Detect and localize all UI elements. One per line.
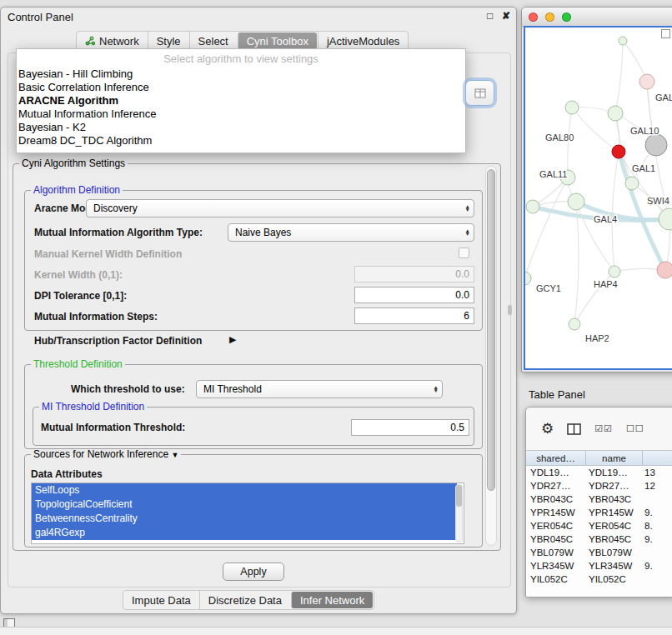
tab-cyni-toolbox[interactable]: Cyni Toolbox [238,32,317,49]
node-label: GAL4 [594,214,617,224]
table-cell: 12 [643,479,672,492]
data-attribute-item[interactable]: TopologicalCoefficient [32,498,457,512]
network-node[interactable] [609,266,620,278]
table-row[interactable]: YLR345WYLR345W9. [526,559,672,572]
node-label: GAL10 [630,126,659,136]
table-cell: YPR145W [526,506,586,519]
algorithm-option[interactable]: Bayesian - K2 [17,121,465,134]
network-node[interactable] [565,101,579,114]
aracne-mode-select[interactable]: Discovery ▲▼ [86,199,474,218]
network-node[interactable] [608,106,623,121]
tab-label: Infer Network [300,594,364,607]
table-panel-window: ⚙ ☑☑ ☐☐ shared…name YDL19…YDL19…13YDR27…… [525,407,672,598]
algorithm-option-list: Bayesian - Hill ClimbingBasic Correlatio… [17,68,465,148]
algorithm-properties-button[interactable] [465,80,494,106]
node-label: GAL11 [539,169,567,179]
network-node[interactable] [568,193,584,210]
algorithm-option[interactable]: Dream8 DC_TDC Algorithm [17,134,465,148]
tab-label: Network [99,35,139,48]
source-list-scrollbar-thumb[interactable] [456,485,462,507]
columns-icon[interactable] [567,423,581,435]
dpi-tolerance-label: DPI Tolerance [0,1]: [34,290,127,302]
hub-section-label[interactable]: Hub/Transcription Factor Definition [34,335,202,347]
tab-jactivemodules[interactable]: jActiveModules [318,32,408,50]
network-node[interactable] [645,134,667,156]
close-light[interactable] [529,12,538,22]
tab-select[interactable]: Select [189,32,237,50]
network-node[interactable] [625,177,639,190]
column-header[interactable] [643,451,672,465]
network-node[interactable] [525,272,531,285]
table-cell: YER054C [526,519,586,532]
table-row[interactable]: YDL19…YDL19…13 [526,466,672,479]
data-attribute-item[interactable]: SelfLoops [32,483,457,498]
mi-steps-input[interactable]: 6 [354,308,474,324]
splitter-handle[interactable] [508,305,512,315]
manual-kernel-checkbox[interactable] [459,248,469,258]
float-window-button[interactable]: □ [487,10,493,22]
network-node[interactable] [612,145,625,158]
data-attributes-list[interactable]: SelfLoopsTopologicalCoefficientBetweenne… [31,482,464,544]
gear-icon[interactable]: ⚙ [541,422,554,436]
dpi-tolerance-input[interactable]: 0.0 [354,287,474,303]
tab-impute-data[interactable]: Impute Data [123,591,199,609]
table-cell: 8. [643,519,672,532]
which-threshold-select[interactable]: MI Threshold ▲▼ [196,380,443,398]
table-row[interactable]: YBR043CYBR043C [526,492,672,506]
table-cell: YDR27… [526,479,586,492]
kernel-width-input[interactable]: 0.0 [354,266,474,282]
birdseye-toggle[interactable] [661,29,670,38]
control-panel-window: Control Panel □ ✘ NetworkStyleSelectCyni… [0,7,517,614]
network-canvas[interactable]: GAL8GAL80GAL10GAL11GAL1SWI4GAL4GCY1HAP4H… [524,26,672,370]
network-node[interactable] [619,37,627,45]
table-cell: YLR345W [586,559,643,572]
aracne-mode-value: Discovery [93,202,138,214]
data-attribute-item[interactable]: BetweennessCentrality [32,512,457,526]
network-node[interactable] [526,200,539,213]
tab-discretize-data[interactable]: Discretize Data [199,591,290,609]
table-row[interactable]: YPR145WYPR145W9. [526,506,672,519]
minimize-light[interactable] [545,12,554,22]
table-cell: YIL052C [526,572,586,586]
table-row[interactable]: YBL079WYBL079W [526,546,672,559]
table-row[interactable]: YER054CYER054C8. [526,519,672,532]
table-cell: 9. [643,506,672,519]
select-all-checks-icon[interactable]: ☑☑ [594,423,613,434]
network-node[interactable] [659,208,672,230]
table-cell: YBL079W [526,546,586,559]
panel-title: Control Panel [8,11,73,23]
network-node[interactable] [657,262,672,278]
column-header[interactable]: name [586,451,643,465]
network-node[interactable] [569,318,580,330]
zoom-light[interactable] [562,12,571,22]
mi-type-select[interactable]: Naive Bayes ▲▼ [228,223,474,242]
data-attribute-item[interactable]: gal4RGexp [32,526,457,540]
algorithm-option[interactable]: ARACNE Algorithm [17,94,465,108]
tab-style[interactable]: Style [148,32,189,50]
tab-network[interactable]: Network [77,32,148,50]
algorithm-option[interactable]: Bayesian - Hill Climbing [17,68,465,81]
algorithm-placeholder: Select algorithm to view settings [17,49,465,68]
network-window-titlebar[interactable] [522,8,672,27]
network-edge [615,41,623,113]
tab-infer-network[interactable]: Infer Network [291,592,373,608]
network-node[interactable] [639,74,654,89]
table-cell: YLR345W [526,559,586,572]
cyni-mode-tabs: Impute DataDiscretize DataInfer Network [123,590,374,610]
table-toolbar: ⚙ ☑☑ ☐☐ [526,408,672,451]
algorithm-option[interactable]: Basic Correlation Inference [17,81,465,94]
network-edge [574,202,579,324]
table-header-row: shared…name [526,451,672,466]
expand-right-icon[interactable]: ▶ [229,334,236,345]
table-row[interactable]: YBR045CYBR045C9. [526,532,672,546]
table-row[interactable]: YDR27…YDR27…12 [526,479,672,492]
table-row[interactable]: YIL052CYIL052C [526,572,672,586]
close-window-button[interactable]: ✘ [502,10,510,22]
collapse-down-icon[interactable]: ▼ [171,451,178,459]
mi-threshold-input[interactable]: 0.5 [351,419,469,436]
clear-all-checks-icon[interactable]: ☐☐ [626,423,644,434]
node-label: HAP4 [594,279,618,289]
column-header[interactable]: shared… [526,451,586,465]
apply-button[interactable]: Apply [223,562,284,581]
algorithm-option[interactable]: Mutual Information Inference [17,108,465,121]
